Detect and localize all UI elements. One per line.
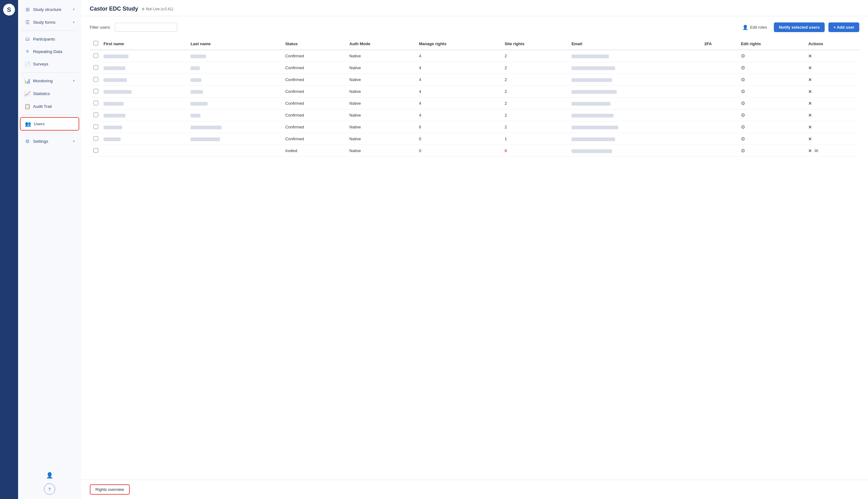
row-checkbox[interactable] xyxy=(94,124,98,129)
delete-user-button[interactable]: ✕ xyxy=(808,77,812,82)
edit-rights-gear-button[interactable]: ⚙ xyxy=(741,136,745,142)
email-cell xyxy=(568,133,701,145)
auth-mode-cell: Native xyxy=(346,50,415,62)
email-blurred xyxy=(571,66,615,70)
actions-cell: ✕ xyxy=(804,62,859,74)
edit-rights-cell: ⚙ xyxy=(737,86,804,98)
toolbar-right: 👤 Edit roles Notify selected users + Add… xyxy=(739,22,859,32)
notify-users-button[interactable]: Notify selected users xyxy=(774,22,825,32)
sidebar-item-label: Study forms xyxy=(33,20,56,25)
row-checkbox[interactable] xyxy=(94,101,98,105)
sidebar-left-strip: S xyxy=(0,0,18,499)
site-rights-cell: 2 xyxy=(501,121,567,133)
nav-divider xyxy=(21,115,78,115)
row-checkbox[interactable] xyxy=(94,112,98,117)
edit-rights-gear-button[interactable]: ⚙ xyxy=(741,148,745,154)
add-user-button[interactable]: + Add user xyxy=(828,22,859,32)
edit-rights-gear-button[interactable]: ⚙ xyxy=(741,65,745,71)
auth-mode-cell: Native xyxy=(346,145,415,157)
status-label: Not Live (v.0.41) xyxy=(146,7,173,11)
actions-group: ✕ xyxy=(808,65,856,71)
rights-overview-button[interactable]: Rights overview xyxy=(90,484,130,495)
col-edit-rights: Edit rights xyxy=(737,38,804,50)
row-checkbox[interactable] xyxy=(94,148,98,153)
page-body: Filter users: 👤 Edit roles Notify select… xyxy=(81,16,868,480)
user-profile-icon[interactable]: 👤 xyxy=(44,470,55,481)
table-row: ConfirmedNative42⚙✕ xyxy=(90,109,859,121)
actions-cell: ✕ xyxy=(804,98,859,109)
col-site-rights: Site rights xyxy=(501,38,567,50)
delete-user-button[interactable]: ✕ xyxy=(808,53,812,59)
delete-user-button[interactable]: ✕ xyxy=(808,136,812,142)
edit-roles-button[interactable]: 👤 Edit roles xyxy=(739,23,770,32)
actions-group: ✕ xyxy=(808,77,856,82)
delete-user-button[interactable]: ✕ xyxy=(808,89,812,94)
sidebar-item-participants[interactable]: 🗂 Participants xyxy=(20,33,79,45)
users-icon: 👥 xyxy=(25,121,31,127)
sidebar-item-users[interactable]: 👥 Users xyxy=(20,117,79,131)
row-checkbox[interactable] xyxy=(94,136,98,141)
row-checkbox-cell xyxy=(90,109,100,121)
sidebar-item-settings[interactable]: ⚙ Settings ▾ xyxy=(20,135,79,147)
select-all-checkbox[interactable] xyxy=(94,41,98,46)
edit-rights-gear-button[interactable]: ⚙ xyxy=(741,88,745,95)
study-forms-icon: ☰ xyxy=(24,19,31,25)
status-cell: Confirmed xyxy=(281,50,346,62)
site-rights-cell: 2 xyxy=(501,50,567,62)
resend-invite-button[interactable]: ✉ xyxy=(815,148,818,154)
sidebar-item-monitoring[interactable]: 📊 Monitoring ▾ xyxy=(20,75,79,87)
delete-user-button[interactable]: ✕ xyxy=(808,101,812,106)
chevron-down-icon: ▾ xyxy=(73,139,75,143)
auth-mode-cell: Native xyxy=(346,98,415,109)
status-cell: Confirmed xyxy=(281,98,346,109)
edit-rights-gear-button[interactable]: ⚙ xyxy=(741,100,745,106)
email-cell xyxy=(568,109,701,121)
actions-group: ✕ xyxy=(808,53,856,59)
edit-rights-gear-button[interactable]: ⚙ xyxy=(741,77,745,83)
status-cell: Confirmed xyxy=(281,74,346,86)
edit-rights-cell: ⚙ xyxy=(737,98,804,109)
sidebar-item-statistics[interactable]: 📈 Statistics xyxy=(20,88,79,100)
table-row: ConfirmedNative42⚙✕ xyxy=(90,50,859,62)
delete-user-button[interactable]: ✕ xyxy=(808,65,812,71)
last-name-cell xyxy=(187,86,281,98)
edit-rights-gear-button[interactable]: ⚙ xyxy=(741,124,745,130)
filter-input[interactable] xyxy=(115,23,177,32)
sidebar-item-surveys[interactable]: 📄 Surveys xyxy=(20,58,79,70)
sidebar-item-label: Statistics xyxy=(33,91,50,96)
row-checkbox[interactable] xyxy=(94,89,98,94)
last-name-cell xyxy=(187,98,281,109)
first-name-blurred xyxy=(104,137,121,141)
table-row: ConfirmedNative42⚙✕ xyxy=(90,74,859,86)
surveys-icon: 📄 xyxy=(24,61,31,67)
row-checkbox[interactable] xyxy=(94,53,98,58)
edit-rights-cell: ⚙ xyxy=(737,109,804,121)
edit-rights-gear-button[interactable]: ⚙ xyxy=(741,53,745,59)
sidebar-item-audit-trail[interactable]: 📋 Audit Trail xyxy=(20,100,79,112)
2fa-cell xyxy=(701,145,737,157)
row-checkbox[interactable] xyxy=(94,77,98,82)
row-checkbox[interactable] xyxy=(94,65,98,70)
sidebar-item-label: Repeating Data xyxy=(33,49,62,54)
sidebar-item-repeating-data[interactable]: ≡ Repeating Data xyxy=(20,46,79,57)
last-name-blurred xyxy=(191,114,201,118)
delete-user-button[interactable]: ✕ xyxy=(808,148,812,153)
delete-user-button[interactable]: ✕ xyxy=(808,113,812,118)
edit-rights-gear-button[interactable]: ⚙ xyxy=(741,112,745,118)
help-icon[interactable]: ? xyxy=(44,484,55,495)
site-rights-cell: 2 xyxy=(501,62,567,74)
sidebar-bottom: 👤 ? xyxy=(18,466,81,499)
first-name-cell xyxy=(100,62,187,74)
study-structure-icon: ⊞ xyxy=(24,7,31,12)
last-name-cell xyxy=(187,74,281,86)
table-row: ConfirmedNative01⚙✕ xyxy=(90,133,859,145)
nav-divider xyxy=(21,31,78,31)
site-rights-cell: 2 xyxy=(501,109,567,121)
sidebar-item-study-forms[interactable]: ☰ Study forms ▾ xyxy=(20,16,79,28)
first-name-blurred xyxy=(104,78,127,82)
sidebar-item-study-structure[interactable]: ⊞ Study structure ▾ xyxy=(20,3,79,15)
actions-cell: ✕ xyxy=(804,74,859,86)
table-row: InvitedNative00⚙✕✉ xyxy=(90,145,859,157)
delete-user-button[interactable]: ✕ xyxy=(808,125,812,130)
row-checkbox-cell xyxy=(90,50,100,62)
